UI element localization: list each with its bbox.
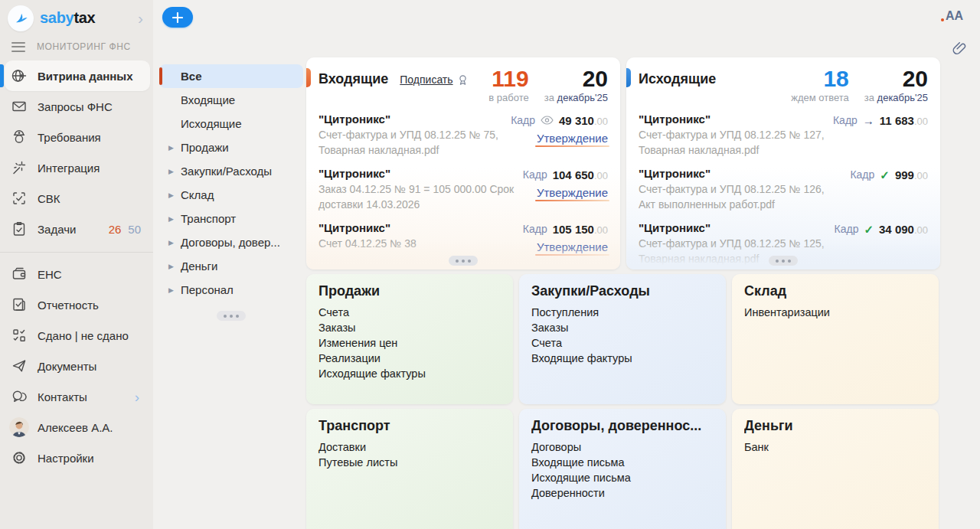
category-link[interactable]: Счета xyxy=(318,305,501,320)
category-card-warehouse[interactable]: Склад Инвентаризации xyxy=(732,274,939,404)
category-link[interactable]: Доставки xyxy=(318,439,501,455)
sidebar-item-data-showcase[interactable]: Витрина данных xyxy=(5,60,150,91)
inbox-card[interactable]: Входящие Подписать 119 в работе 20 xyxy=(306,57,620,269)
doc-row[interactable]: "Цитроникс" Заказ 04.12.25 № 91 = 105 00… xyxy=(318,167,608,212)
stat-month-prefix: за xyxy=(864,92,874,103)
sidebar-item-contacts[interactable]: Контакты › xyxy=(5,381,150,412)
folder-item-sales[interactable]: ▶ Продажи xyxy=(159,136,303,159)
doc-description: Счет 04.12.25 № 38 xyxy=(318,236,515,251)
category-link[interactable]: Банк xyxy=(744,439,926,455)
category-card-sales[interactable]: Продажи Счета Заказы Изменения цен Реали… xyxy=(306,274,513,404)
category-link[interactable]: Входящие фактуры xyxy=(531,351,714,366)
sidebar-item-documents[interactable]: Документы xyxy=(5,351,150,381)
category-title[interactable]: Договоры, довереннос... xyxy=(531,418,714,434)
sidebar-item-submitted[interactable]: Сдано | не сдано xyxy=(5,320,150,351)
folder-item-purchases[interactable]: ▶ Закупки/Расходы xyxy=(159,159,303,183)
outbox-card-title[interactable]: Исходящие xyxy=(639,71,716,87)
category-title[interactable]: Деньги xyxy=(744,418,926,434)
expand-arrow-icon[interactable]: ▶ xyxy=(168,168,174,175)
sidebar-item-integration[interactable]: Интеграция xyxy=(5,152,150,183)
category-card-money[interactable]: Деньги Банк xyxy=(732,409,939,529)
expand-arrow-icon[interactable]: ▶ xyxy=(168,286,174,294)
doc-tag: Кадр xyxy=(833,114,858,126)
outbox-card[interactable]: Исходящие 18 ждем ответа 20 за декабрь'2… xyxy=(626,57,940,269)
category-card-purchases[interactable]: Закупки/Расходы Поступления Заказы Счета… xyxy=(519,274,726,404)
folders-more-button[interactable] xyxy=(217,311,246,321)
expand-arrow-icon[interactable]: ▶ xyxy=(168,239,174,247)
category-link[interactable]: Реализации xyxy=(318,351,501,366)
folder-item-contracts[interactable]: ▶ Договоры, довер... xyxy=(159,230,303,254)
category-card-contracts[interactable]: Договоры, довереннос... Договоры Входящи… xyxy=(519,409,726,529)
sidebar-item-reporting[interactable]: Отчетность xyxy=(5,289,150,320)
add-document-button[interactable] xyxy=(162,7,193,28)
app-logo[interactable]: sabytax › xyxy=(0,0,153,36)
folder-item-all[interactable]: Все xyxy=(159,64,303,88)
outbox-more-button[interactable] xyxy=(769,256,798,266)
sidebar-item-svk[interactable]: СВК xyxy=(5,183,150,214)
folder-item-outgoing[interactable]: Исходящие xyxy=(159,112,303,136)
sidebar-item-profile[interactable]: Алексеев А.А. xyxy=(5,412,150,442)
category-link[interactable]: Заказы xyxy=(318,320,501,335)
profile-name: Алексеев А.А. xyxy=(38,421,113,434)
category-link[interactable]: Договоры xyxy=(531,439,714,455)
doc-company[interactable]: "Цитроникс" xyxy=(639,167,842,180)
category-link[interactable]: Заказы xyxy=(531,320,714,335)
category-title[interactable]: Транспорт xyxy=(318,418,501,434)
doc-company[interactable]: "Цитроникс" xyxy=(318,113,503,126)
contacts-chevron-icon[interactable]: › xyxy=(135,390,139,404)
sidebar-item-ens[interactable]: ЕНС xyxy=(5,259,150,289)
category-title[interactable]: Закупки/Расходы xyxy=(531,283,714,299)
folder-item-warehouse[interactable]: ▶ Склад xyxy=(159,183,303,207)
category-link[interactable]: Исходящие фактуры xyxy=(318,366,501,381)
doc-row[interactable]: "Цитроникс" Счет-фактура и УПД 08.12.25 … xyxy=(639,113,928,158)
sidebar-item-demands[interactable]: Требования xyxy=(5,122,150,152)
sidebar-expand-chevron-icon[interactable]: › xyxy=(138,10,143,26)
inbox-card-title[interactable]: Входящие xyxy=(318,71,388,87)
folder-item-incoming[interactable]: Входящие xyxy=(159,88,303,112)
approve-stage-link[interactable]: Утверждение xyxy=(537,186,608,201)
category-card-transport[interactable]: Транспорт Доставки Путевые листы xyxy=(306,409,513,529)
doc-row[interactable]: "Цитроникс" Счет-фактура и УПД 08.12.25 … xyxy=(318,113,608,158)
checkboxes-icon xyxy=(11,327,28,344)
font-size-control[interactable]: AA xyxy=(946,9,963,23)
doc-company[interactable]: "Цитроникс" xyxy=(318,167,515,180)
doc-row[interactable]: "Цитроникс" Счет 04.12.25 № 38 Кадр 105 … xyxy=(318,221,608,255)
brand-name: sabytax xyxy=(40,9,95,27)
folder-item-personnel[interactable]: ▶ Персонал xyxy=(159,278,303,302)
menu-burger-icon[interactable] xyxy=(11,42,25,52)
approve-stage-link[interactable]: Утверждение xyxy=(537,132,608,146)
expand-arrow-icon[interactable]: ▶ xyxy=(168,191,174,199)
folder-item-money[interactable]: ▶ Деньги xyxy=(159,254,303,278)
sidebar-item-fns-requests[interactable]: Запросы ФНС xyxy=(5,91,150,122)
category-link[interactable]: Поступления xyxy=(531,305,714,320)
stat-in-work[interactable]: 119 в работе xyxy=(488,67,528,103)
stat-month[interactable]: 20 за декабрь'25 xyxy=(864,67,928,103)
category-link[interactable]: Доверенности xyxy=(531,485,714,501)
category-link[interactable]: Исходящие письма xyxy=(531,470,714,485)
category-link[interactable]: Путевые листы xyxy=(318,455,501,470)
link-paperclip-icon[interactable] xyxy=(952,41,967,56)
expand-arrow-icon[interactable]: ▶ xyxy=(168,215,174,223)
expand-arrow-icon[interactable]: ▶ xyxy=(168,144,174,152)
category-link[interactable]: Входящие письма xyxy=(531,455,714,470)
category-link[interactable]: Счета xyxy=(531,335,714,351)
category-title[interactable]: Продажи xyxy=(318,283,501,299)
doc-company[interactable]: "Цитроникс" xyxy=(639,221,827,234)
category-link[interactable]: Инвентаризации xyxy=(744,305,926,320)
folder-item-transport[interactable]: ▶ Транспорт xyxy=(159,207,303,230)
stat-waiting-caption: ждем ответа xyxy=(791,92,849,103)
folder-label: Договоры, довер... xyxy=(181,236,280,249)
inbox-more-button[interactable] xyxy=(449,256,478,266)
category-link[interactable]: Изменения цен xyxy=(318,335,501,351)
sign-link[interactable]: Подписать xyxy=(400,73,468,86)
stat-month[interactable]: 20 за декабрь'25 xyxy=(544,67,608,103)
stat-waiting[interactable]: 18 ждем ответа xyxy=(791,67,849,103)
category-title[interactable]: Склад xyxy=(744,283,926,299)
sidebar-item-settings[interactable]: Настройки xyxy=(5,442,150,473)
doc-row[interactable]: "Цитроникс" Счет-фактура и УПД 08.12.25 … xyxy=(639,167,928,212)
sidebar-item-tasks[interactable]: Задачи 26 50 xyxy=(5,214,150,244)
expand-arrow-icon[interactable]: ▶ xyxy=(168,263,174,270)
approve-stage-link[interactable]: Утверждение xyxy=(537,240,608,255)
doc-company[interactable]: "Цитроникс" xyxy=(318,221,515,234)
doc-company[interactable]: "Цитроникс" xyxy=(639,113,825,126)
